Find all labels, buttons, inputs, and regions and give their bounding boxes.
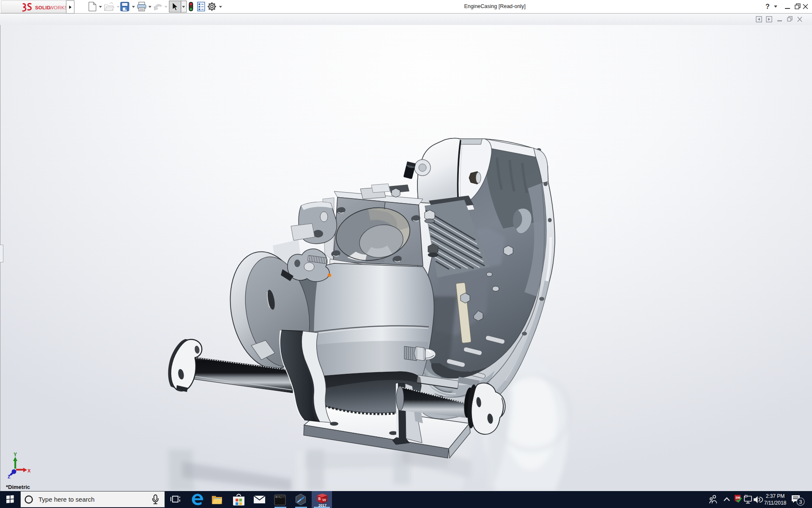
svg-text:Y: Y xyxy=(14,452,17,458)
svg-text:SW: SW xyxy=(735,496,741,499)
svg-text:?: ? xyxy=(765,3,770,10)
svg-text:S: S xyxy=(318,496,321,501)
svg-text:X: X xyxy=(27,468,31,473)
svg-text:W: W xyxy=(322,497,326,502)
svg-text:Z: Z xyxy=(8,474,11,479)
svg-text:3: 3 xyxy=(799,499,802,505)
svg-text:C:\_: C:\_ xyxy=(276,496,282,499)
